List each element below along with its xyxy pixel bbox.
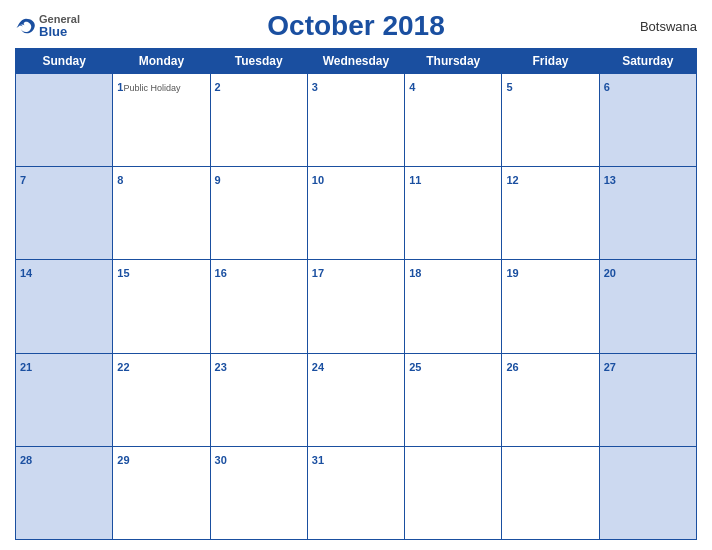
header-cell-friday: Friday <box>502 49 599 74</box>
calendar-cell: 21 <box>16 353 113 446</box>
day-number: 3 <box>312 81 318 93</box>
calendar-cell: 30 <box>210 446 307 539</box>
day-number: 5 <box>506 81 512 93</box>
calendar-cell: 2 <box>210 74 307 167</box>
day-number: 30 <box>215 454 227 466</box>
logo-blue-text: Blue <box>39 25 80 38</box>
calendar-cell: 12 <box>502 167 599 260</box>
day-number: 7 <box>20 174 26 186</box>
header-cell-saturday: Saturday <box>599 49 696 74</box>
calendar-cell: 24 <box>307 353 404 446</box>
calendar-cell: 18 <box>405 260 502 353</box>
calendar-cell: 23 <box>210 353 307 446</box>
day-number: 9 <box>215 174 221 186</box>
country-label: Botswana <box>640 19 697 34</box>
calendar-cell: 27 <box>599 353 696 446</box>
calendar-week-1: 78910111213 <box>16 167 697 260</box>
calendar-cell: 25 <box>405 353 502 446</box>
day-number: 27 <box>604 361 616 373</box>
day-number: 22 <box>117 361 129 373</box>
header: General Blue October 2018 Botswana <box>15 10 697 42</box>
day-number: 12 <box>506 174 518 186</box>
calendar-cell: 8 <box>113 167 210 260</box>
calendar-cell: 31 <box>307 446 404 539</box>
day-number: 10 <box>312 174 324 186</box>
calendar-cell <box>502 446 599 539</box>
calendar-cell: 17 <box>307 260 404 353</box>
header-cell-tuesday: Tuesday <box>210 49 307 74</box>
calendar-cell: 26 <box>502 353 599 446</box>
calendar-cell: 6 <box>599 74 696 167</box>
day-number: 31 <box>312 454 324 466</box>
calendar-cell: 5 <box>502 74 599 167</box>
logo-text: General Blue <box>39 14 80 38</box>
day-number: 25 <box>409 361 421 373</box>
calendar-cell: 13 <box>599 167 696 260</box>
calendar-cell: 15 <box>113 260 210 353</box>
logo: General Blue <box>15 14 80 38</box>
calendar-cell: 22 <box>113 353 210 446</box>
day-number: 26 <box>506 361 518 373</box>
day-number: 23 <box>215 361 227 373</box>
calendar-cell: 3 <box>307 74 404 167</box>
calendar-cell <box>599 446 696 539</box>
calendar-cell: 29 <box>113 446 210 539</box>
calendar-cell <box>16 74 113 167</box>
day-number: 21 <box>20 361 32 373</box>
day-number: 18 <box>409 267 421 279</box>
day-number: 15 <box>117 267 129 279</box>
calendar-cell: 1Public Holiday <box>113 74 210 167</box>
day-number: 11 <box>409 174 421 186</box>
calendar-week-3: 21222324252627 <box>16 353 697 446</box>
calendar-week-4: 28293031 <box>16 446 697 539</box>
title-section: October 2018 <box>267 10 444 42</box>
calendar-cell: 28 <box>16 446 113 539</box>
calendar-title: October 2018 <box>267 10 444 41</box>
calendar-cell: 11 <box>405 167 502 260</box>
day-number: 19 <box>506 267 518 279</box>
day-number: 2 <box>215 81 221 93</box>
calendar-table: SundayMondayTuesdayWednesdayThursdayFrid… <box>15 48 697 540</box>
day-number: 29 <box>117 454 129 466</box>
header-cell-wednesday: Wednesday <box>307 49 404 74</box>
page: General Blue October 2018 Botswana Sunda… <box>0 0 712 550</box>
day-number: 17 <box>312 267 324 279</box>
calendar-week-2: 14151617181920 <box>16 260 697 353</box>
calendar-cell: 7 <box>16 167 113 260</box>
header-cell-thursday: Thursday <box>405 49 502 74</box>
day-number: 16 <box>215 267 227 279</box>
day-number: 24 <box>312 361 324 373</box>
day-number: 8 <box>117 174 123 186</box>
header-cell-sunday: Sunday <box>16 49 113 74</box>
calendar-cell: 19 <box>502 260 599 353</box>
day-number: 4 <box>409 81 415 93</box>
calendar-cell: 20 <box>599 260 696 353</box>
day-number: 20 <box>604 267 616 279</box>
calendar-cell: 9 <box>210 167 307 260</box>
calendar-cell: 14 <box>16 260 113 353</box>
day-number: 6 <box>604 81 610 93</box>
calendar-cell: 4 <box>405 74 502 167</box>
holiday-label: Public Holiday <box>123 83 180 93</box>
calendar-cell: 10 <box>307 167 404 260</box>
header-cell-monday: Monday <box>113 49 210 74</box>
bird-icon <box>15 17 37 35</box>
day-number: 13 <box>604 174 616 186</box>
day-number: 28 <box>20 454 32 466</box>
calendar-week-0: 1Public Holiday23456 <box>16 74 697 167</box>
calendar-cell: 16 <box>210 260 307 353</box>
day-number: 14 <box>20 267 32 279</box>
header-row: SundayMondayTuesdayWednesdayThursdayFrid… <box>16 49 697 74</box>
calendar-cell <box>405 446 502 539</box>
